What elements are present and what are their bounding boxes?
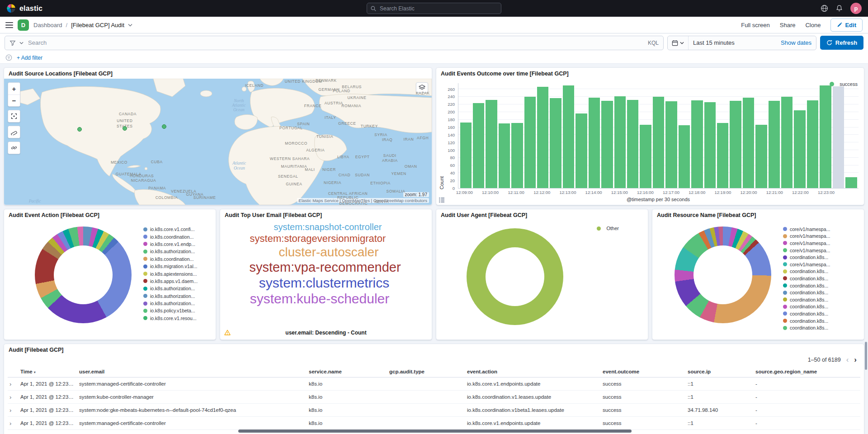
row-expand-icon[interactable]: ›	[8, 381, 20, 387]
legend-item[interactable]: io.k8s.coordination...	[143, 255, 198, 263]
bar[interactable]	[537, 87, 548, 188]
bar[interactable]	[717, 123, 728, 188]
bar[interactable]	[807, 100, 818, 188]
legend-item[interactable]: io.k8s.authorization...	[143, 300, 198, 307]
bar[interactable]	[743, 98, 754, 188]
legend-item[interactable]: coordination.k8s...	[783, 324, 830, 331]
legend-item[interactable]: io.k8s.authorization...	[143, 292, 198, 300]
bar[interactable]	[601, 101, 613, 188]
bar[interactable]	[845, 177, 857, 188]
time-range-label[interactable]: Last 15 minutes	[689, 39, 781, 46]
bar[interactable]	[665, 101, 677, 188]
vertical-scrollbar[interactable]	[865, 342, 867, 370]
map-data-point[interactable]	[123, 126, 127, 131]
legend-item[interactable]: coordination.k8s...	[783, 268, 830, 275]
full-screen-button[interactable]: Full screen	[741, 22, 770, 28]
bar[interactable]	[794, 110, 805, 188]
bar[interactable]	[473, 103, 484, 188]
legend-item[interactable]: io.k8s.migration.v1al...	[143, 263, 198, 270]
legend-item[interactable]: io.k8s.core.v1.endp...	[143, 241, 198, 248]
fit-to-data-button[interactable]	[8, 110, 20, 122]
user-agent-legend[interactable]: Other	[597, 226, 619, 231]
row-expand-icon[interactable]: ›	[8, 407, 20, 414]
horizontal-scrollbar[interactable]	[238, 429, 632, 433]
space-avatar[interactable]: D	[18, 19, 29, 31]
row-expand-icon[interactable]: ›	[8, 394, 20, 401]
bar[interactable]	[781, 97, 793, 188]
elastic-logo[interactable]: elastic	[6, 4, 42, 13]
legend-item[interactable]: io.k8s.core.v1.confi...	[143, 226, 198, 233]
legend-item[interactable]: io.k8s.apps.v1.daem...	[143, 278, 198, 285]
breadcrumb-dashboard[interactable]: Dashboard	[33, 22, 62, 28]
warning-icon[interactable]	[224, 330, 231, 335]
legend-item[interactable]: coordination.k8s...	[783, 254, 830, 261]
panel-title[interactable]: Audit Top User Email [Filebeat GCP]	[220, 209, 432, 220]
tag-cloud-word[interactable]: cluster-autoscaler	[279, 245, 379, 259]
attribution-text[interactable]: Elastic Maps Service | OpenMapTiles | Op…	[297, 198, 429, 203]
refresh-button[interactable]: Refresh	[820, 36, 863, 50]
map-data-point[interactable]	[77, 127, 82, 132]
legend-item[interactable]: core/v1/namespa...	[783, 233, 830, 240]
query-input[interactable]: KQL	[5, 36, 664, 50]
legend-item[interactable]: io.k8s.authorization...	[143, 248, 198, 255]
layers-panel-button[interactable]	[416, 82, 428, 93]
panel-title[interactable]: Audit User Agent [Filebeat GCP]	[436, 209, 648, 220]
bar[interactable]	[820, 85, 831, 188]
map-canvas[interactable]: + −	[4, 79, 432, 205]
filter-options-icon[interactable]	[5, 54, 12, 61]
legend-item[interactable]: coordination.k8s...	[783, 310, 830, 317]
legend-item[interactable]: coordination.k8s...	[783, 275, 830, 282]
bar[interactable]	[627, 100, 638, 188]
legend-toggle-button[interactable]	[439, 197, 444, 203]
tag-cloud-word[interactable]: system:snapshot-controller	[274, 222, 382, 233]
saved-query-icon[interactable]	[9, 40, 16, 46]
column-header[interactable]: event.outcome	[603, 369, 688, 374]
legend-item[interactable]: core/v1/namespa...	[783, 226, 830, 233]
legend-item[interactable]: io.k8s.policy.v1beta...	[143, 307, 198, 314]
bar[interactable]	[730, 101, 741, 188]
calendar-button[interactable]	[668, 36, 689, 50]
panel-title[interactable]: Audit Resource Name [Filebeat GCP]	[652, 209, 864, 220]
panel-title[interactable]: Audit [Filebeat GCP]	[4, 344, 864, 355]
legend-item[interactable]: io.k8s.coordination...	[143, 233, 198, 240]
legend-item[interactable]: coordination.k8s...	[783, 296, 830, 303]
bar[interactable]	[563, 85, 574, 188]
zoom-out-button[interactable]: −	[8, 94, 20, 106]
bar[interactable]	[486, 100, 497, 188]
bar[interactable]	[640, 125, 651, 188]
legend-item[interactable]: coordination.k8s...	[783, 317, 830, 325]
row-expand-icon[interactable]: ›	[8, 420, 20, 427]
zoom-in-button[interactable]: +	[8, 83, 20, 94]
bar[interactable]	[769, 101, 780, 188]
next-page-button[interactable]: ›	[854, 356, 857, 363]
bar[interactable]	[589, 98, 600, 188]
column-header[interactable]: event.action	[467, 369, 603, 374]
add-filter-button[interactable]: + Add filter	[17, 55, 42, 61]
edit-button[interactable]: Edit	[830, 19, 863, 32]
column-header[interactable]: user.email	[79, 369, 309, 374]
saved-query-chevron-icon[interactable]	[19, 42, 24, 44]
bar[interactable]	[833, 86, 844, 188]
notifications-bell-icon[interactable]	[835, 5, 843, 12]
bar[interactable]	[691, 100, 703, 188]
column-header[interactable]: Time▾	[20, 369, 79, 374]
tag-cloud-word[interactable]: system:storageversionmigrator	[250, 233, 386, 245]
legend-item[interactable]: coordination.k8s...	[783, 289, 830, 296]
legend-item[interactable]: io.k8s.apiextensions...	[143, 270, 198, 277]
date-picker[interactable]: Last 15 minutes Show dates	[667, 36, 816, 50]
bar[interactable]	[704, 102, 716, 188]
bar[interactable]	[576, 113, 587, 188]
event-action-donut[interactable]	[35, 226, 132, 323]
show-dates-button[interactable]: Show dates	[781, 39, 816, 46]
panel-title[interactable]: Audit Source Locations [Filebeat GCP]	[4, 68, 432, 79]
bar[interactable]	[755, 125, 767, 188]
bar[interactable]	[679, 125, 690, 188]
query-search-input[interactable]	[27, 39, 644, 47]
resource-name-donut[interactable]	[675, 226, 771, 323]
chart-legend[interactable]: success	[830, 81, 858, 87]
global-search[interactable]	[367, 3, 501, 14]
panel-title[interactable]: Audit Event Action [Filebeat GCP]	[4, 209, 216, 220]
measure-button[interactable]	[8, 126, 20, 138]
bar[interactable]	[460, 123, 472, 188]
bar[interactable]	[499, 123, 510, 188]
